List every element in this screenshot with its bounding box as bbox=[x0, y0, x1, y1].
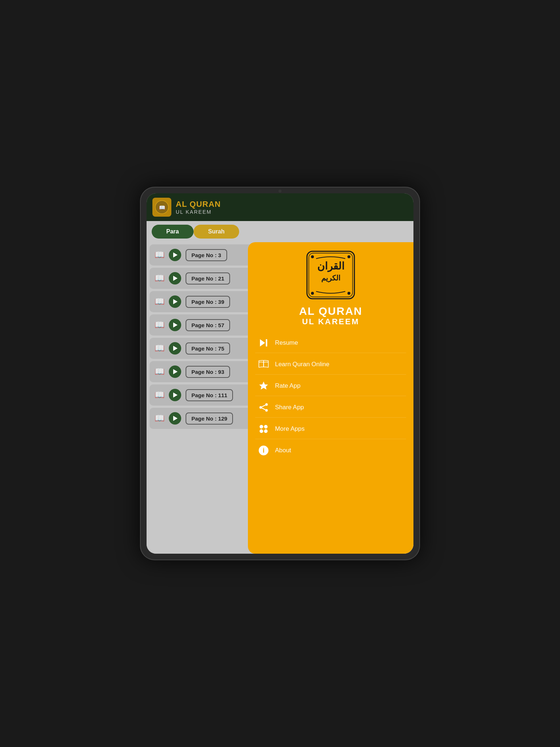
camera-notch bbox=[279, 190, 281, 193]
svg-text:📖: 📖 bbox=[159, 205, 166, 211]
header-title-sub: UL KAREEM bbox=[176, 209, 221, 215]
svg-point-23 bbox=[262, 427, 265, 430]
svg-point-9 bbox=[347, 292, 350, 295]
svg-point-8 bbox=[311, 292, 314, 295]
book-icon-6: 📖 bbox=[155, 390, 164, 400]
book-icon-7: 📖 bbox=[155, 414, 164, 423]
main-area: 📖 Page No : 3 📖 Page No : 21 📖 Page No :… bbox=[147, 242, 413, 554]
header-title-main: AL QURAN bbox=[176, 200, 221, 209]
app-logo: 📖 bbox=[152, 198, 171, 217]
page-label-5[interactable]: Page No : 93 bbox=[186, 366, 230, 378]
svg-point-6 bbox=[311, 255, 314, 258]
play-button-1[interactable] bbox=[169, 272, 181, 285]
svg-rect-11 bbox=[266, 339, 267, 347]
book-icon-0: 📖 bbox=[155, 250, 164, 260]
drawer-label-learn: Learn Quran Online bbox=[275, 361, 329, 368]
play-button-4[interactable] bbox=[169, 342, 181, 355]
drawer-label-rate: Rate App bbox=[275, 382, 300, 390]
drawer-label-about: About bbox=[275, 447, 291, 454]
page-label-4[interactable]: Page No : 75 bbox=[186, 342, 230, 355]
play-button-2[interactable] bbox=[169, 295, 181, 308]
page-label-2[interactable]: Page No : 39 bbox=[186, 296, 230, 308]
svg-point-14 bbox=[265, 403, 268, 406]
share-icon bbox=[257, 401, 270, 414]
drawer-item-learn[interactable]: Learn Quran Online bbox=[255, 355, 406, 375]
tab-surah[interactable]: Surah bbox=[194, 225, 239, 239]
header-title-block: AL QURAN UL KAREEM bbox=[176, 200, 221, 215]
page-label-0[interactable]: Page No : 3 bbox=[186, 249, 227, 261]
drawer-label-resume: Resume bbox=[275, 339, 298, 347]
about-icon: i bbox=[257, 444, 270, 457]
drawer-item-resume[interactable]: Resume bbox=[255, 333, 406, 353]
page-label-3[interactable]: Page No : 57 bbox=[186, 319, 230, 331]
tablet-frame: 📖 AL QURAN UL KAREEM Para Surah 📖 Page N… bbox=[140, 187, 420, 560]
play-button-7[interactable] bbox=[169, 412, 181, 425]
more-apps-icon bbox=[257, 423, 270, 435]
book-icon-4: 📖 bbox=[155, 344, 164, 353]
page-label-7[interactable]: Page No : 129 bbox=[186, 413, 233, 425]
resume-icon bbox=[257, 337, 270, 349]
play-button-3[interactable] bbox=[169, 319, 181, 331]
svg-line-17 bbox=[262, 405, 265, 407]
svg-marker-13 bbox=[259, 382, 268, 390]
book-icon-1: 📖 bbox=[155, 274, 164, 283]
tab-para[interactable]: Para bbox=[152, 225, 194, 239]
drawer-item-share[interactable]: Share App bbox=[255, 398, 406, 418]
book-icon-5: 📖 bbox=[155, 367, 164, 376]
page-label-1[interactable]: Page No : 21 bbox=[186, 272, 230, 285]
book-icon-3: 📖 bbox=[155, 320, 164, 330]
svg-text:القران: القران bbox=[317, 260, 345, 272]
svg-line-18 bbox=[262, 408, 265, 410]
drawer-label-more: More Apps bbox=[275, 425, 304, 433]
drawer-panel: القران الكريم AL QURAN UL KAREEM bbox=[248, 242, 413, 554]
learn-icon bbox=[257, 358, 270, 371]
tablet-screen: 📖 AL QURAN UL KAREEM Para Surah 📖 Page N… bbox=[147, 193, 413, 554]
quran-art: القران الكريم bbox=[305, 249, 356, 301]
svg-point-16 bbox=[265, 409, 268, 412]
drawer-label-share: Share App bbox=[275, 404, 304, 411]
book-icon-2: 📖 bbox=[155, 297, 164, 306]
drawer-item-rate[interactable]: Rate App bbox=[255, 376, 406, 396]
rate-icon bbox=[257, 380, 270, 392]
play-button-6[interactable] bbox=[169, 389, 181, 401]
svg-point-15 bbox=[260, 406, 262, 409]
drawer-item-more[interactable]: More Apps bbox=[255, 419, 406, 439]
drawer-item-about[interactable]: i About bbox=[255, 441, 406, 460]
svg-marker-10 bbox=[260, 339, 265, 347]
play-button-5[interactable] bbox=[169, 365, 181, 378]
svg-text:الكريم: الكريم bbox=[321, 274, 341, 282]
play-button-0[interactable] bbox=[169, 249, 181, 261]
tab-bar: Para Surah bbox=[147, 221, 413, 242]
svg-point-7 bbox=[347, 255, 350, 258]
svg-text:i: i bbox=[263, 447, 265, 454]
drawer-title-main: AL QURAN bbox=[299, 305, 362, 317]
drawer-title-sub: UL KAREEM bbox=[302, 317, 359, 326]
app-header: 📖 AL QURAN UL KAREEM bbox=[147, 193, 413, 221]
drawer-menu: Resume Learn Quran Online bbox=[255, 333, 406, 460]
page-label-6[interactable]: Page No : 111 bbox=[186, 389, 233, 401]
